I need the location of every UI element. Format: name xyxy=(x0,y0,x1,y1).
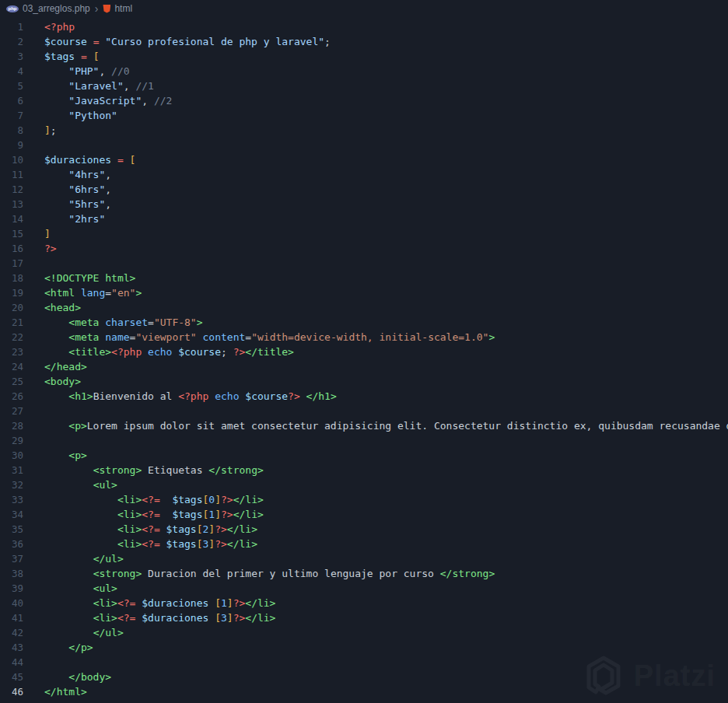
line-number[interactable]: 36 xyxy=(0,537,23,551)
code-line[interactable]: 30 <p> xyxy=(0,448,728,463)
line-number[interactable]: 43 xyxy=(0,640,23,655)
line-number[interactable]: 29 xyxy=(0,433,23,448)
line-number[interactable]: 18 xyxy=(0,271,23,285)
breadcrumb-file[interactable]: php 03_arreglos.php xyxy=(6,3,90,14)
code-line[interactable]: 20<head> xyxy=(0,300,728,315)
line-number[interactable]: 11 xyxy=(0,167,23,182)
token: <?php xyxy=(111,346,142,358)
code-line[interactable]: 7 "Python" xyxy=(0,108,728,123)
line-number[interactable]: 45 xyxy=(0,670,23,684)
code-line[interactable]: 17 xyxy=(0,256,728,271)
code-line[interactable]: 19<html lang="en"> xyxy=(0,285,728,300)
line-number[interactable]: 13 xyxy=(0,197,23,212)
line-number[interactable]: 32 xyxy=(0,477,23,492)
line-number[interactable]: 5 xyxy=(0,79,23,93)
line-number[interactable]: 41 xyxy=(0,610,23,625)
code-line[interactable]: 31 <strong> Etiquetas </strong> xyxy=(0,463,728,477)
line-number[interactable]: 28 xyxy=(0,418,23,433)
line-number[interactable]: 23 xyxy=(0,345,23,359)
line-number[interactable]: 6 xyxy=(0,93,23,108)
code-line[interactable]: 28 <p>Lorem ipsum dolor sit amet consect… xyxy=(0,418,728,433)
code-line[interactable]: 32 <ul> xyxy=(0,477,728,492)
token: = xyxy=(148,317,154,328)
line-number[interactable]: 39 xyxy=(0,581,23,596)
code-line[interactable]: 1<?php xyxy=(0,19,728,34)
line-number[interactable]: 35 xyxy=(0,522,23,537)
code-line[interactable]: 46</html> xyxy=(0,684,728,699)
code-line[interactable]: 16?> xyxy=(0,241,728,256)
code-line[interactable]: 12 "6hrs", xyxy=(0,182,728,197)
code-line[interactable]: 36 <li><?= $tags[3]?></li> xyxy=(0,537,728,551)
code-line[interactable]: 5 "Laravel", //1 xyxy=(0,79,728,93)
code-line[interactable]: 15] xyxy=(0,226,728,241)
line-number[interactable]: 25 xyxy=(0,374,23,389)
line-number[interactable]: 19 xyxy=(0,285,23,300)
code-line[interactable]: 13 "5hrs", xyxy=(0,197,728,212)
code-line[interactable]: 34 <li><?= $tags[1]?></li> xyxy=(0,507,728,522)
token: , xyxy=(105,169,111,180)
code-line[interactable]: 14 "2hrs" xyxy=(0,212,728,226)
code-line[interactable]: 33 <li><?= $tags[0]?></li> xyxy=(0,492,728,507)
line-number[interactable]: 44 xyxy=(0,655,23,670)
line-number[interactable]: 34 xyxy=(0,507,23,522)
line-number[interactable]: 4 xyxy=(0,64,23,79)
code-line[interactable]: 42 </ul> xyxy=(0,625,728,640)
line-number[interactable]: 22 xyxy=(0,330,23,345)
code-area[interactable]: 1<?php2$course = "Curso profesional de p… xyxy=(0,17,728,699)
code-line[interactable]: 8]; xyxy=(0,123,728,138)
code-line[interactable]: 35 <li><?= $tags[2]?></li> xyxy=(0,522,728,537)
line-number[interactable]: 3 xyxy=(0,49,23,64)
line-number[interactable]: 21 xyxy=(0,315,23,330)
line-number[interactable]: 14 xyxy=(0,212,23,226)
line-number[interactable]: 24 xyxy=(0,359,23,374)
code-line[interactable]: 45 </body> xyxy=(0,670,728,684)
line-number[interactable]: 8 xyxy=(0,123,23,138)
code-line[interactable]: 37 </ul> xyxy=(0,551,728,566)
code-line[interactable]: 3$tags = [ xyxy=(0,49,728,64)
line-number[interactable]: 26 xyxy=(0,389,23,404)
line-number[interactable]: 12 xyxy=(0,182,23,197)
token: , xyxy=(124,80,136,92)
line-number[interactable]: 2 xyxy=(0,34,23,49)
code-line[interactable]: 6 "JavaScript", //2 xyxy=(0,93,728,108)
code-line[interactable]: 39 <ul> xyxy=(0,581,728,596)
breadcrumb-node[interactable]: html xyxy=(103,3,132,14)
line-number[interactable]: 15 xyxy=(0,226,23,241)
line-number[interactable]: 7 xyxy=(0,108,23,123)
line-number[interactable]: 46 xyxy=(0,684,23,699)
code-line[interactable]: 24</head> xyxy=(0,359,728,374)
code-line[interactable]: 9 xyxy=(0,138,728,152)
code-line[interactable]: 23 <title><?php echo $course; ?></title> xyxy=(0,345,728,359)
code-line[interactable]: 21 <meta charset="UTF-8"> xyxy=(0,315,728,330)
code-line[interactable]: 38 <strong> Duracion del primer y ultimo… xyxy=(0,566,728,581)
code-line[interactable]: 40 <li><?= $duraciones [1]?></li> xyxy=(0,596,728,610)
code-line[interactable]: 41 <li><?= $duraciones [3]?></li> xyxy=(0,610,728,625)
line-number[interactable]: 17 xyxy=(0,256,23,271)
code-line[interactable]: 29 xyxy=(0,433,728,448)
line-number[interactable]: 30 xyxy=(0,448,23,463)
line-number[interactable]: 27 xyxy=(0,404,23,418)
line-number[interactable]: 1 xyxy=(0,19,23,34)
line-number[interactable]: 10 xyxy=(0,152,23,167)
line-number[interactable]: 20 xyxy=(0,300,23,315)
line-number[interactable]: 40 xyxy=(0,596,23,610)
line-number[interactable]: 16 xyxy=(0,241,23,256)
code-line[interactable]: 11 "4hrs", xyxy=(0,167,728,182)
code-text: ?> xyxy=(44,241,57,256)
line-number[interactable]: 37 xyxy=(0,551,23,566)
code-line[interactable]: 27 xyxy=(0,404,728,418)
line-number[interactable]: 9 xyxy=(0,138,23,152)
code-line[interactable]: 26 <h1>Bienvenido al <?php echo $course?… xyxy=(0,389,728,404)
code-line[interactable]: 18<!DOCTYPE html> xyxy=(0,271,728,285)
code-line[interactable]: 43 </p> xyxy=(0,640,728,655)
code-line[interactable]: 25<body> xyxy=(0,374,728,389)
code-line[interactable]: 44 xyxy=(0,655,728,670)
code-line[interactable]: 4 "PHP", //0 xyxy=(0,64,728,79)
line-number[interactable]: 42 xyxy=(0,625,23,640)
line-number[interactable]: 33 xyxy=(0,492,23,507)
code-line[interactable]: 22 <meta name="viewport" content="width=… xyxy=(0,330,728,345)
code-line[interactable]: 2$course = "Curso profesional de php y l… xyxy=(0,34,728,49)
code-line[interactable]: 10$duraciones = [ xyxy=(0,152,728,167)
line-number[interactable]: 31 xyxy=(0,463,23,477)
line-number[interactable]: 38 xyxy=(0,566,23,581)
